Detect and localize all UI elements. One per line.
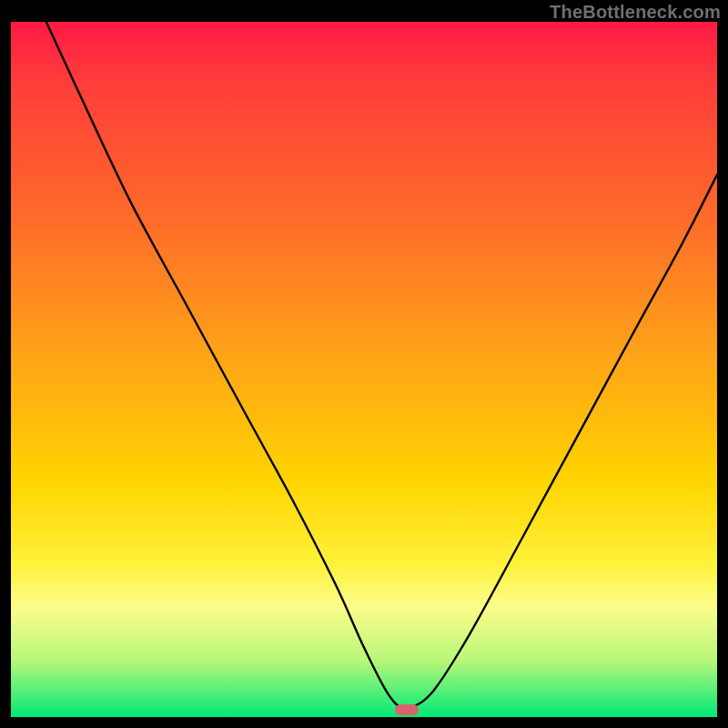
optimal-point-marker: [395, 704, 419, 715]
chart-frame: [11, 22, 717, 717]
bottleneck-curve: [11, 22, 717, 717]
watermark-text: TheBottleneck.com: [550, 2, 721, 23]
